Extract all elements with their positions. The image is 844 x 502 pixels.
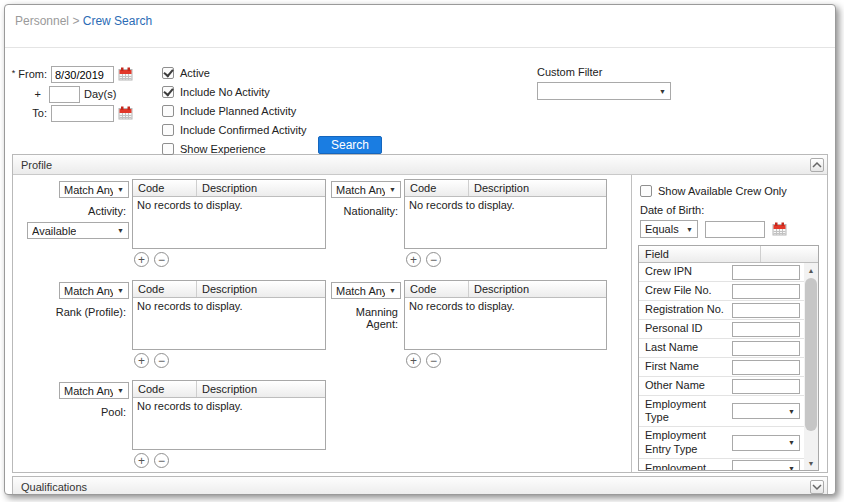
custom-filter-label: Custom Filter — [537, 66, 602, 78]
nationality-table: Code Description No records to display. — [404, 179, 607, 249]
other-name-input[interactable] — [732, 379, 800, 394]
search-form: * From: + Day(s) To: Active Include No A… — [5, 48, 835, 154]
chevron-down-icon: ▼ — [788, 465, 795, 470]
table-row: First Name — [639, 358, 804, 377]
activity-match-select[interactable]: Match Any ▼ — [59, 181, 129, 198]
pool-table: Code Description No records to display. — [132, 380, 326, 450]
qualifications-section-header[interactable]: Qualifications — [13, 477, 827, 495]
employment-entry-type-select[interactable]: ▼ — [732, 435, 800, 451]
chevron-down-icon: ▼ — [686, 226, 693, 233]
activity-available-select[interactable]: Available ▼ — [27, 222, 129, 239]
rank-remove-button[interactable]: − — [154, 353, 169, 368]
manning-agent-filter-group: Match Any ▼ Manning Agent: Code Descript… — [323, 280, 607, 368]
crew-criteria-panel: Show Available Crew Only Date of Birth: … — [631, 175, 827, 472]
last-name-input[interactable] — [732, 341, 800, 356]
show-available-crew-checkbox[interactable] — [640, 185, 652, 197]
description-column-header: Description — [469, 182, 606, 194]
dob-operator-select[interactable]: Equals ▼ — [640, 220, 698, 238]
include-planned-activity-checkbox[interactable] — [162, 105, 174, 117]
profile-section-header[interactable]: Profile — [13, 155, 827, 174]
manning-agent-add-button[interactable]: + — [406, 353, 421, 368]
checkbox-row: Include No Activity — [162, 85, 307, 98]
employment-type-label: Employment Type — [639, 396, 732, 426]
days-input[interactable] — [49, 86, 80, 103]
chevron-down-icon: ▼ — [117, 227, 124, 234]
crew-file-no-input[interactable] — [732, 284, 800, 299]
to-calendar-icon[interactable] — [118, 106, 133, 120]
manning-agent-table: Code Description No records to display. — [404, 280, 607, 350]
rank-match-select[interactable]: Match Any ▼ — [59, 282, 129, 299]
profile-filter-groups: Match Any ▼ Activity: Available ▼ — [13, 175, 631, 472]
activity-table: Code Description No records to display. — [132, 179, 326, 249]
breadcrumb-section: Personnel — [15, 14, 69, 28]
last-name-label: Last Name — [639, 339, 732, 356]
chevron-up-icon — [812, 161, 822, 169]
manning-agent-remove-button[interactable]: − — [426, 353, 441, 368]
scroll-up-button[interactable]: ▲ — [804, 263, 818, 277]
crew-file-no-label: Crew File No. — [639, 282, 732, 299]
registration-no-input[interactable] — [732, 303, 800, 318]
other-name-label: Other Name — [639, 377, 732, 394]
include-no-activity-checkbox[interactable] — [162, 86, 174, 98]
table-row: Registration No. — [639, 301, 804, 320]
custom-filter-select[interactable]: ▼ — [537, 82, 671, 100]
activity-checkbox-group: Active Include No Activity Include Plann… — [162, 66, 307, 161]
to-date-input[interactable] — [51, 105, 114, 122]
first-name-input[interactable] — [732, 360, 800, 375]
to-label: To: — [5, 107, 47, 119]
table-row: Employment Entry Type ▼ — [639, 427, 804, 458]
nationality-add-button[interactable]: + — [406, 252, 421, 267]
breadcrumb-separator: > — [72, 14, 79, 28]
description-column-header: Description — [197, 182, 325, 194]
chevron-down-icon: ▼ — [117, 186, 124, 193]
manning-agent-empty-text: No records to display. — [405, 298, 606, 349]
include-planned-activity-label: Include Planned Activity — [180, 105, 296, 117]
qualifications-expand-button[interactable] — [810, 480, 824, 494]
manning-agent-match-select[interactable]: Match Any ▼ — [331, 282, 401, 299]
nationality-match-select[interactable]: Match Any ▼ — [331, 181, 401, 198]
active-checkbox[interactable] — [162, 67, 174, 79]
field-table-scrollbar[interactable]: ▲ ▼ — [804, 263, 818, 470]
code-column-header: Code — [133, 381, 197, 397]
rank-add-button[interactable]: + — [134, 353, 149, 368]
from-date-input[interactable] — [51, 66, 114, 83]
search-button[interactable]: Search — [318, 136, 382, 154]
from-calendar-icon[interactable] — [118, 67, 133, 81]
table-row: Employment ▼ — [639, 459, 804, 470]
pool-remove-button[interactable]: − — [154, 453, 169, 468]
dob-calendar-icon[interactable] — [772, 222, 787, 236]
activity-filter-group: Match Any ▼ Activity: Available ▼ — [27, 179, 326, 267]
table-row: Personal ID — [639, 320, 804, 339]
include-confirmed-activity-checkbox[interactable] — [162, 124, 174, 136]
manning-agent-label: Manning Agent: — [323, 306, 401, 330]
chevron-down-icon — [812, 483, 822, 491]
pool-add-button[interactable]: + — [134, 453, 149, 468]
qualifications-section-title: Qualifications — [21, 481, 87, 493]
nationality-label: Nationality: — [323, 205, 401, 217]
code-column-header: Code — [405, 180, 469, 196]
dob-input[interactable] — [705, 221, 765, 238]
pool-filter-group: Match Any ▼ Pool: Code Description — [27, 380, 326, 468]
activity-add-button[interactable]: + — [134, 252, 149, 267]
rank-table: Code Description No records to display. — [132, 280, 326, 350]
crew-ipn-input[interactable] — [732, 265, 800, 280]
rank-label: Rank (Profile): — [27, 306, 129, 318]
show-experience-checkbox[interactable] — [162, 143, 174, 155]
personal-id-input[interactable] — [732, 322, 800, 337]
app-window: Personnel > Crew Search * From: + Day(s)… — [4, 4, 836, 495]
checkbox-row: Include Planned Activity — [162, 104, 307, 117]
show-available-row: Show Available Crew Only — [640, 184, 787, 197]
nationality-remove-button[interactable]: − — [426, 252, 441, 267]
profile-collapse-button[interactable] — [810, 158, 824, 172]
scrollbar-thumb[interactable] — [805, 278, 817, 431]
chevron-down-icon: ▼ — [389, 186, 396, 193]
table-row: Crew IPN — [639, 263, 804, 282]
employment-select[interactable]: ▼ — [732, 460, 800, 470]
pool-match-select[interactable]: Match Any ▼ — [59, 382, 129, 399]
employment-type-select[interactable]: ▼ — [732, 403, 800, 419]
code-column-header: Code — [405, 281, 469, 297]
description-column-header: Description — [197, 283, 325, 295]
activity-remove-button[interactable]: − — [154, 252, 169, 267]
qualifications-panel: Qualifications — [12, 476, 828, 495]
scroll-down-button[interactable]: ▼ — [804, 456, 818, 470]
